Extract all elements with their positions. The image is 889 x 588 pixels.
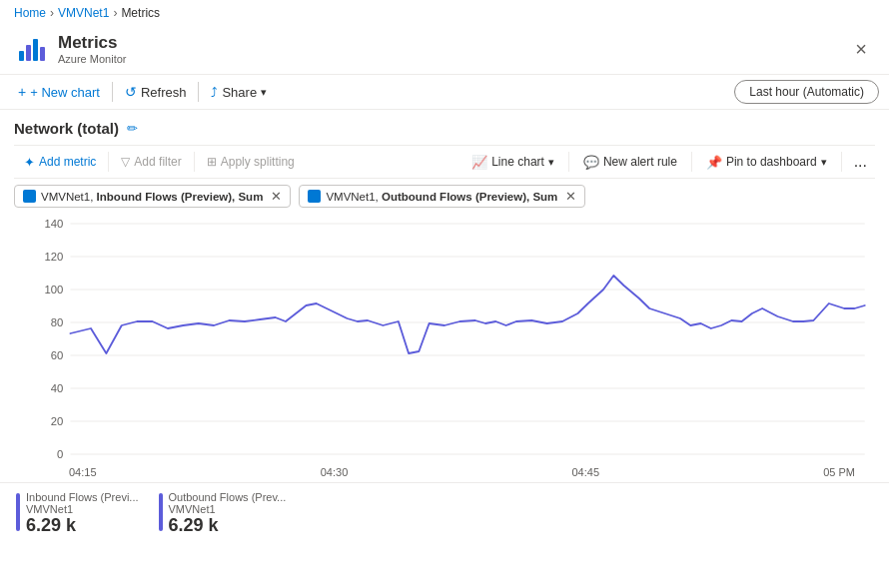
legend-value-1: 6.29 k xyxy=(26,515,139,537)
legend-color-1 xyxy=(16,493,20,531)
time-range-button[interactable]: Last hour (Automatic) xyxy=(734,80,879,104)
tag-1-close[interactable]: ✕ xyxy=(271,189,282,204)
tag-1-text: VMVNet1, Inbound Flows (Preview), Sum xyxy=(41,191,263,203)
add-metric-label: Add metric xyxy=(39,155,96,169)
svg-text:140: 140 xyxy=(44,218,63,230)
chart-title: Network (total) xyxy=(14,120,119,137)
refresh-label: Refresh xyxy=(141,85,187,100)
tag-1: VMVNet1, Inbound Flows (Preview), Sum ✕ xyxy=(14,185,291,208)
add-metric-icon: ✦ xyxy=(24,155,35,170)
chart-container: 140 120 100 80 60 40 20 0 xyxy=(14,214,875,468)
new-chart-button[interactable]: + + New chart xyxy=(10,80,108,104)
line-chart-icon: 📈 xyxy=(471,155,487,170)
tag-2-text: VMVNet1, Outbound Flows (Preview), Sum xyxy=(326,191,557,203)
breadcrumb-current: Metrics xyxy=(121,6,160,20)
main-toolbar: + + New chart ↺ Refresh ⤴ Share ▾ Last h… xyxy=(0,75,889,110)
new-alert-rule-label: New alert rule xyxy=(603,155,677,169)
tag-2: VMVNet1, Outbound Flows (Preview), Sum ✕ xyxy=(299,185,585,208)
svg-rect-0 xyxy=(19,51,24,61)
add-filter-label: Add filter xyxy=(134,155,181,169)
close-button[interactable]: × xyxy=(847,34,875,65)
metric-toolbar: ✦ Add metric ▽ Add filter ⊞ Apply splitt… xyxy=(14,145,875,179)
pin-to-dashboard-button[interactable]: 📌 Pin to dashboard ▾ xyxy=(696,151,837,174)
refresh-button[interactable]: ↺ Refresh xyxy=(117,80,195,104)
legend-name-1: Inbound Flows (Previ... xyxy=(26,491,139,503)
tags-row: VMVNet1, Inbound Flows (Preview), Sum ✕ … xyxy=(14,185,875,208)
svg-text:60: 60 xyxy=(51,349,64,361)
svg-text:120: 120 xyxy=(44,251,63,263)
metric-sep-3 xyxy=(568,152,569,172)
edit-icon[interactable]: ✏ xyxy=(127,121,138,136)
svg-text:100: 100 xyxy=(44,284,63,295)
breadcrumb-home[interactable]: Home xyxy=(14,6,46,20)
legend-sub-2: VMVNet1 xyxy=(169,503,287,515)
line-chart-chevron-icon: ▾ xyxy=(548,156,554,169)
chart-title-row: Network (total) ✏ xyxy=(14,120,875,137)
line-chart-label: Line chart xyxy=(491,155,544,169)
metric-sep-4 xyxy=(691,152,692,172)
tag-2-icon xyxy=(308,190,321,203)
toolbar-divider-1 xyxy=(112,82,113,102)
metric-right: 📈 Line chart ▾ 💬 New alert rule 📌 Pin to… xyxy=(461,149,875,175)
pin-chevron-icon: ▾ xyxy=(821,156,827,169)
svg-text:0: 0 xyxy=(57,448,63,460)
new-alert-rule-button[interactable]: 💬 New alert rule xyxy=(573,151,687,174)
new-chart-label: + New chart xyxy=(30,85,100,100)
legend-area: Inbound Flows (Previ... VMVNet1 6.29 k O… xyxy=(0,482,889,541)
legend-color-2 xyxy=(159,493,163,531)
pin-icon: 📌 xyxy=(706,155,722,170)
breadcrumb-vm[interactable]: VMVNet1 xyxy=(58,6,109,20)
chart-svg: 140 120 100 80 60 40 20 0 xyxy=(14,214,875,468)
share-label: Share xyxy=(222,85,257,100)
legend-item-1: Inbound Flows (Previ... VMVNet1 6.29 k xyxy=(16,491,139,537)
page-title: Metrics xyxy=(58,33,126,53)
chart-line xyxy=(70,276,864,353)
alert-icon: 💬 xyxy=(583,155,599,170)
svg-rect-3 xyxy=(40,47,45,61)
pin-to-dashboard-label: Pin to dashboard xyxy=(726,155,817,169)
metrics-icon xyxy=(14,32,48,66)
splitting-icon: ⊞ xyxy=(207,155,217,169)
svg-text:40: 40 xyxy=(51,382,64,394)
tag-1-icon xyxy=(23,190,36,203)
add-metric-button[interactable]: ✦ Add metric xyxy=(14,151,106,174)
filter-icon: ▽ xyxy=(121,155,130,169)
svg-text:80: 80 xyxy=(51,316,64,328)
legend-sub-1: VMVNet1 xyxy=(26,503,139,515)
page-header: Metrics Azure Monitor × xyxy=(0,26,889,75)
legend-name-2: Outbound Flows (Prev... xyxy=(169,491,287,503)
svg-rect-2 xyxy=(33,39,38,61)
legend-item-2: Outbound Flows (Prev... VMVNet1 6.29 k xyxy=(159,491,287,537)
add-filter-button[interactable]: ▽ Add filter xyxy=(111,151,191,173)
toolbar-divider-2 xyxy=(198,82,199,102)
share-button[interactable]: ⤴ Share ▾ xyxy=(203,81,275,104)
tag-2-close[interactable]: ✕ xyxy=(565,189,576,204)
refresh-icon: ↺ xyxy=(125,84,137,100)
metric-sep-2 xyxy=(194,152,195,172)
breadcrumb-sep1: › xyxy=(50,6,54,20)
svg-text:20: 20 xyxy=(51,415,64,427)
legend-value-2: 6.29 k xyxy=(169,515,287,537)
more-options-button[interactable]: ... xyxy=(846,149,875,175)
share-icon: ⤴ xyxy=(211,85,218,100)
breadcrumb: Home › VMVNet1 › Metrics xyxy=(0,0,889,26)
line-chart-button[interactable]: 📈 Line chart ▾ xyxy=(461,151,564,174)
chart-area: Network (total) ✏ ✦ Add metric ▽ Add fil… xyxy=(0,110,889,478)
apply-splitting-label: Apply splitting xyxy=(221,155,295,169)
share-chevron-icon: ▾ xyxy=(261,86,267,99)
metric-sep-5 xyxy=(841,152,842,172)
page-subtitle: Azure Monitor xyxy=(58,53,126,65)
plus-icon: + xyxy=(18,84,26,100)
metric-sep-1 xyxy=(108,152,109,172)
apply-splitting-button[interactable]: ⊞ Apply splitting xyxy=(197,151,305,173)
breadcrumb-sep2: › xyxy=(113,6,117,20)
svg-rect-1 xyxy=(26,45,31,61)
